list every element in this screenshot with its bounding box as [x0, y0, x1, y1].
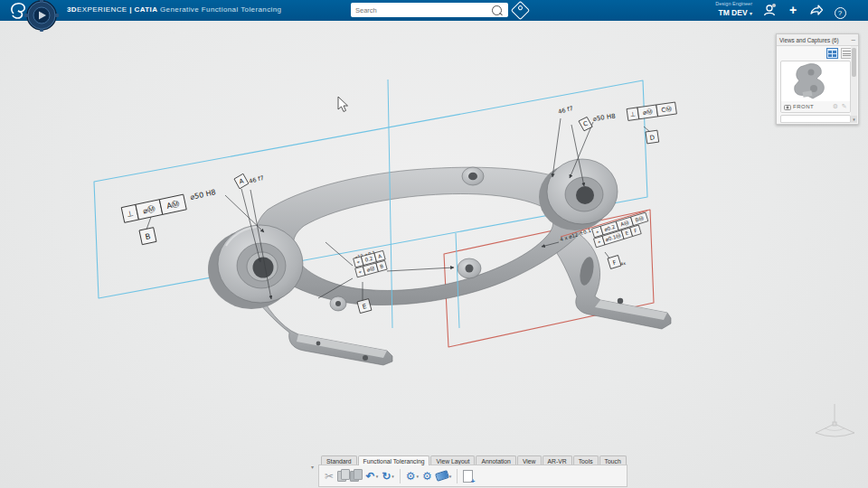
capture-card-front[interactable]: FRONT ⚙ ✎ — [780, 61, 851, 113]
copy-button[interactable] — [337, 471, 346, 482]
capture-edit-icon[interactable]: ✎ — [842, 103, 847, 110]
axis-triad-icon — [807, 399, 863, 438]
brand-experience: EXPERIENCE — [77, 5, 127, 14]
chevron-down-icon[interactable]: ▾ — [417, 474, 420, 479]
app-title: 3DEXPERIENCE | CATIA Generative Function… — [67, 5, 281, 14]
scrollbar-thumb[interactable] — [852, 48, 856, 77]
collapse-toolbar-icon[interactable]: ▾ — [311, 464, 314, 470]
part-model[interactable] — [208, 159, 671, 365]
user-name: TM DEV — [718, 8, 747, 17]
profile-icon[interactable] — [761, 3, 778, 18]
paste-button[interactable]: ▾ — [350, 471, 363, 482]
fcf-right-top[interactable]: ⌀50 H8 ⊥ ⌀Ⓜ CⓂ D — [592, 102, 676, 144]
brand-catia: CATIA — [135, 5, 158, 14]
update-button[interactable]: ↻ ▾ — [382, 470, 394, 483]
datum-right-top[interactable]: 46 f7 C — [557, 105, 592, 132]
camera-icon — [784, 104, 791, 110]
dim-right-datum: 46 f7 — [557, 105, 573, 116]
fcf-left[interactable]: ⊥ ⌀Ⓜ AⓂ ⌀50 H8 B — [121, 188, 216, 244]
add-icon[interactable]: + — [785, 3, 801, 18]
grid-view-icon[interactable] — [826, 48, 838, 59]
compass-icon[interactable] — [24, 0, 60, 34]
dim-left-datum: 46 f7 — [248, 174, 264, 185]
update-icon: ↻ — [382, 470, 391, 483]
fcf-rt-tol: ⌀Ⓜ — [642, 108, 653, 117]
chevron-down-icon[interactable]: ▾ — [449, 474, 452, 479]
chevron-down-icon: ▾ — [750, 11, 752, 16]
gear-icon: ⚙ — [422, 470, 432, 483]
search-box[interactable] — [351, 3, 508, 17]
document-icon — [463, 470, 473, 483]
3d-viewport[interactable]: ⊥ ⌀Ⓜ AⓂ ⌀50 H8 B A 46 f7 ⌀12 ±0.1 ⌖ 0.2 … — [0, 0, 868, 488]
fcf-rt-symbol: ⊥ — [630, 110, 637, 118]
capture-card-next[interactable] — [780, 115, 851, 123]
help-icon[interactable]: ? — [832, 3, 848, 18]
share-icon[interactable] — [808, 3, 825, 18]
separator — [400, 469, 401, 483]
module-name: Generative Functional Tolerancing — [160, 5, 281, 14]
separator — [457, 469, 458, 483]
panel-title: Views and Captures (6) — [779, 37, 839, 43]
undo-button[interactable]: ↶ ▾ — [366, 470, 379, 483]
datum-flag-d: D — [649, 134, 655, 142]
paste-icon — [350, 471, 359, 482]
capture-update-icon[interactable]: ⚙ — [833, 103, 839, 110]
dim-right-top: ⌀50 H8 — [592, 113, 616, 123]
annotation-eraser-button[interactable]: ▾ — [436, 472, 452, 480]
brand-3d: 3D — [67, 5, 77, 14]
search-input[interactable] — [351, 6, 492, 14]
cut-button[interactable]: ✂ — [325, 470, 334, 483]
chevron-down-icon[interactable]: ▾ — [376, 474, 379, 479]
new-report-button[interactable] — [463, 470, 473, 483]
panel-header[interactable]: Views and Captures (6) – — [777, 34, 858, 46]
copy-icon — [337, 471, 346, 482]
gear-icon: ⚙ — [406, 470, 416, 483]
views-captures-panel: Views and Captures (6) – FRONT ⚙ ✎ ▾ — [776, 33, 859, 125]
tolerancing-assistant-button[interactable]: ⚙ — [422, 470, 432, 483]
brand-pipe: | — [129, 5, 132, 14]
scroll-down-icon[interactable]: ▾ — [851, 116, 857, 123]
cut-icon: ✂ — [325, 470, 334, 483]
undo-icon: ↶ — [366, 470, 375, 483]
capture-label: FRONT — [793, 104, 814, 109]
tolerancing-advisor-button[interactable]: ⚙ ▾ — [406, 470, 419, 483]
capture-thumbnail — [781, 61, 848, 101]
datum-left[interactable]: A 46 f7 — [233, 173, 264, 189]
chevron-down-icon[interactable]: ▾ — [392, 474, 394, 479]
eraser-icon — [435, 470, 449, 482]
user-role: Design Engineer — [715, 2, 752, 7]
ribbon-icons: ▾ ✂ ▾ ↶ ▾ ↻ ▾ ⚙ ▾ ⚙ ▾ — [318, 465, 627, 487]
plane-edge-cyan-2 — [456, 233, 459, 328]
top-bar: 3DEXPERIENCE | CATIA Generative Function… — [0, 0, 868, 21]
tab-functional-tolerancing[interactable]: Functional Tolerancing — [358, 455, 430, 465]
dim-left: ⌀50 H8 — [190, 188, 217, 202]
tag-icon[interactable] — [511, 1, 530, 20]
user-menu[interactable]: Design Engineer TM DEV ▾ — [715, 2, 752, 16]
panel-scrollbar[interactable]: ▾ — [851, 46, 857, 123]
minimize-icon[interactable]: – — [852, 36, 855, 43]
flag-f-note: 4x — [620, 260, 627, 266]
fcf-rt-datum: CⓂ — [661, 106, 673, 115]
action-bar: Standard Functional Tolerancing View Lay… — [318, 455, 627, 487]
search-icon[interactable] — [492, 5, 502, 15]
